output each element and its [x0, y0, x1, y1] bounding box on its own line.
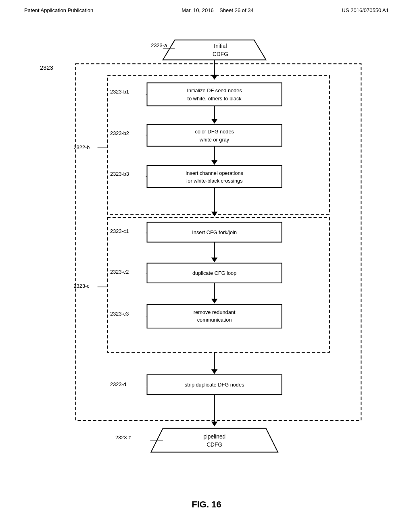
label-2323c3: 2323-c3	[110, 311, 129, 317]
arrowhead-b2b3	[211, 160, 218, 165]
diagram: 2323 Initial CDFG 2323-a 2322-b Initiali…	[24, 24, 389, 492]
label-2323d: 2323-d	[110, 381, 126, 387]
label-2323b2: 2323-b2	[110, 130, 129, 136]
label-c2: duplicate CFG loop	[192, 270, 236, 276]
label-b3-line1: insert channel operations	[186, 170, 243, 176]
pipelined-cdfg-line1: pipelined	[203, 434, 225, 440]
label-c3-line2: communication	[197, 317, 232, 323]
label-2323z: 2323-z	[115, 434, 131, 441]
label-b2-line1: color DFG nodes	[195, 129, 234, 135]
fig-caption: FIG. 16	[0, 499, 413, 510]
box-2323b2	[147, 125, 282, 146]
label-b1-line1: Initialize DF seed nodes	[187, 87, 242, 94]
pipelined-cdfg-shape	[151, 428, 278, 452]
box-2323c3	[147, 304, 282, 328]
header-right: US 2016/070550 A1	[342, 7, 389, 13]
label-2323c: 2323-c	[74, 283, 90, 289]
arrowhead-cd	[211, 369, 218, 374]
box-2323b1	[147, 83, 282, 106]
arrowhead-c1c2	[211, 258, 218, 262]
label-2322b: 2322-b	[74, 144, 90, 150]
arrowhead-dz	[211, 422, 218, 426]
initial-cdfg-line1: Initial	[214, 43, 227, 49]
label-c1: Insert CFG fork/join	[192, 229, 237, 235]
label-2323b1: 2323-b1	[110, 89, 129, 95]
label-d: strip duplicate DFG nodes	[185, 382, 244, 388]
label-b2-line2: white or gray	[199, 137, 229, 143]
header-center: Mar. 10, 2016 Sheet 26 of 34	[181, 7, 254, 13]
page-header: Patent Application Publication Mar. 10, …	[24, 7, 389, 13]
initial-cdfg-line2: CDFG	[213, 51, 228, 57]
box-2323b3	[147, 166, 282, 187]
arrowhead-c2c3	[211, 299, 218, 303]
label-2323b3: 2323-b3	[110, 171, 129, 177]
label-2323c1: 2323-c1	[110, 228, 129, 234]
header-left: Patent Application Publication	[24, 7, 93, 13]
label-2323: 2323	[40, 64, 53, 71]
label-b1-line2: to white, others to black	[188, 96, 242, 102]
label-2323a: 2323-a	[151, 42, 167, 48]
arrowhead-b1b2	[211, 119, 218, 124]
label-c3-line1: remove redundant	[194, 309, 236, 315]
pipelined-cdfg-line2: CDFG	[206, 442, 222, 448]
page: Patent Application Publication Mar. 10, …	[0, 0, 413, 532]
label-2323c2: 2323-c2	[110, 269, 129, 275]
label-b3-line2: for white-black crossings	[186, 178, 243, 184]
arrowhead-b3c	[211, 212, 218, 216]
